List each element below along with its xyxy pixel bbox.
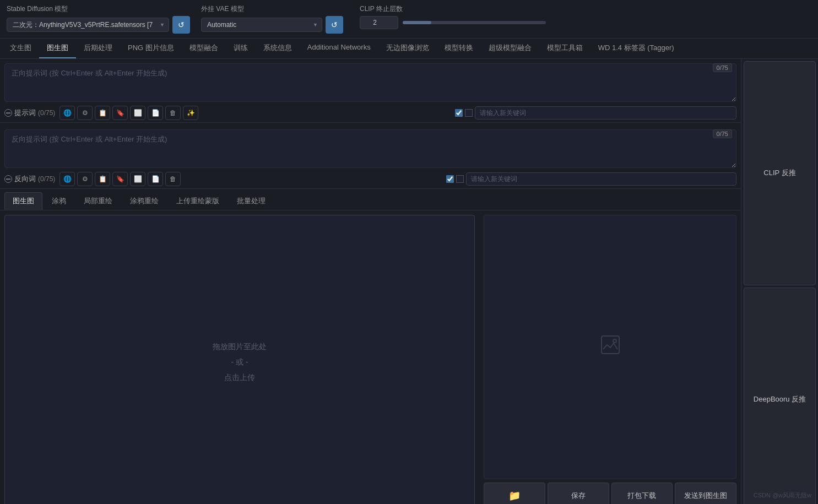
positive-keyword-input[interactable] bbox=[475, 106, 736, 120]
clip-label: CLIP 终止层数 bbox=[360, 4, 546, 14]
output-placeholder-icon bbox=[600, 335, 620, 359]
negative-prompt-counter: 0/75 bbox=[713, 129, 732, 138]
vae-select[interactable]: Automatic bbox=[201, 18, 322, 32]
main-tabs: 文生图 图生图 后期处理 PNG 图片信息 模型融合 训练 系统信息 Addit… bbox=[0, 39, 818, 59]
negative-keyword-checkbox[interactable] bbox=[446, 175, 454, 183]
vae-section: 外挂 VAE 模型 Automatic ↺ bbox=[201, 4, 343, 34]
tab-txt2img[interactable]: 文生图 bbox=[2, 39, 39, 58]
clip-slider-fill bbox=[403, 21, 431, 24]
negative-gear-button[interactable]: ⚙ bbox=[77, 172, 93, 186]
model-select-wrapper: 二次元：AnythingV5V3_v5PrtRE.safetensors [7 bbox=[7, 18, 169, 32]
negative-prompt-toolbar: 反向词 (0/75) 🌐 ⚙ 📋 🔖 ⬜ 📄 🗑 bbox=[0, 170, 741, 189]
tab-super-merge[interactable]: 超级模型融合 bbox=[481, 39, 539, 58]
sub-tab-sketch-inpaint[interactable]: 涂鸦重绘 bbox=[122, 192, 167, 210]
clip-row bbox=[360, 16, 546, 29]
output-image-area bbox=[484, 215, 736, 479]
tab-png-info[interactable]: PNG 图片信息 bbox=[120, 39, 182, 58]
model-section: Stable Diffusion 模型 二次元：AnythingV5V3_v5P… bbox=[7, 4, 190, 34]
watermark: CSDN @w风雨无阻w bbox=[754, 491, 811, 500]
positive-keyword-toggle[interactable] bbox=[465, 109, 473, 117]
positive-globe-button[interactable]: 🌐 bbox=[59, 106, 75, 120]
negative-copy-button[interactable]: 📄 bbox=[148, 172, 163, 186]
tab-model-convert[interactable]: 模型转换 bbox=[437, 39, 481, 58]
positive-prompt-toolbar: 提示词 (0/75) 🌐 ⚙ 📋 🔖 ⬜ 📄 🗑 ✨ bbox=[0, 104, 741, 123]
negative-paste-button[interactable]: 📋 bbox=[95, 172, 110, 186]
clip-slider-track[interactable] bbox=[403, 21, 546, 24]
tab-system-info[interactable]: 系统信息 bbox=[256, 39, 300, 58]
main-content: 拖放图片至此处 - 或 - 点击上传 bbox=[0, 210, 741, 504]
negative-style-button[interactable]: ⬜ bbox=[130, 172, 145, 186]
tab-tagger[interactable]: WD 1.4 标签器 (Tagger) bbox=[591, 39, 682, 58]
open-folder-button[interactable]: 📁 bbox=[484, 483, 545, 504]
sub-tab-batch[interactable]: 批量处理 bbox=[229, 192, 274, 210]
svg-point-1 bbox=[613, 339, 616, 343]
negative-prompt-container: 0/75 bbox=[0, 125, 741, 170]
clip-reverse-button[interactable]: CLIP 反推 bbox=[744, 61, 816, 285]
negative-bookmark-button[interactable]: 🔖 bbox=[112, 172, 128, 186]
positive-bookmark-button[interactable]: 🔖 bbox=[112, 106, 128, 120]
positive-paste-button[interactable]: 📋 bbox=[95, 106, 110, 120]
positive-prompt-container: 0/75 bbox=[0, 59, 741, 104]
clip-section: CLIP 终止层数 bbox=[360, 4, 546, 29]
sub-tabs-bar: 图生图 涂鸦 局部重绘 涂鸦重绘 上传重绘蒙版 批量处理 bbox=[0, 189, 741, 210]
positive-extra-button[interactable]: ✨ bbox=[183, 106, 198, 120]
tab-infinite-browse[interactable]: 无边图像浏览 bbox=[378, 39, 437, 58]
tab-model-tools[interactable]: 模型工具箱 bbox=[539, 39, 591, 58]
negative-keyword-input[interactable] bbox=[466, 172, 736, 186]
positive-prompt-label: 提示词 (0/75) bbox=[14, 108, 55, 118]
positive-style-button[interactable]: ⬜ bbox=[130, 106, 145, 120]
negative-expand-icon[interactable] bbox=[4, 175, 12, 183]
sub-tab-upload-mask[interactable]: 上传重绘蒙版 bbox=[168, 192, 227, 210]
download-button[interactable]: 打包下载 bbox=[611, 483, 673, 504]
vae-label: 外挂 VAE 模型 bbox=[201, 4, 343, 14]
tab-model-merge[interactable]: 模型融合 bbox=[182, 39, 226, 58]
tab-additional-networks[interactable]: Additional Networks bbox=[300, 39, 378, 58]
positive-expand-icon[interactable] bbox=[4, 109, 12, 117]
upload-text: 拖放图片至此处 - 或 - 点击上传 bbox=[213, 339, 267, 385]
left-panel: 0/75 提示词 (0/75) 🌐 ⚙ 📋 🔖 ⬜ 📄 🗑 ✨ bbox=[0, 59, 741, 504]
sub-tab-inpaint[interactable]: 局部重绘 bbox=[75, 192, 121, 210]
clip-input[interactable] bbox=[360, 16, 398, 29]
model-select[interactable]: 二次元：AnythingV5V3_v5PrtRE.safetensors [7 bbox=[7, 18, 169, 32]
vae-select-wrapper: Automatic bbox=[201, 18, 322, 32]
vae-refresh-icon: ↺ bbox=[331, 20, 338, 29]
right-panel: CLIP 反推 DeepBooru 反推 bbox=[741, 59, 818, 504]
model-label: Stable Diffusion 模型 bbox=[7, 4, 190, 14]
positive-copy-button[interactable]: 📄 bbox=[148, 106, 163, 120]
positive-keyword-checkbox[interactable] bbox=[455, 109, 463, 117]
negative-keyword-toggle[interactable] bbox=[456, 175, 464, 183]
negative-trash-button[interactable]: 🗑 bbox=[165, 172, 181, 186]
model-refresh-button[interactable]: ↺ bbox=[172, 16, 190, 34]
negative-keyword-checkbox-group bbox=[446, 175, 464, 183]
positive-prompt-textarea[interactable] bbox=[4, 63, 736, 102]
positive-prompt-counter: 0/75 bbox=[713, 63, 732, 72]
top-bar: Stable Diffusion 模型 二次元：AnythingV5V3_v5P… bbox=[0, 0, 818, 39]
tab-img2img[interactable]: 图生图 bbox=[39, 39, 76, 58]
model-row: 二次元：AnythingV5V3_v5PrtRE.safetensors [7 … bbox=[7, 16, 190, 34]
img2img-panel: 拖放图片至此处 - 或 - 点击上传 bbox=[0, 210, 479, 504]
sub-tab-sketch[interactable]: 涂鸦 bbox=[44, 192, 74, 210]
tab-postprocess[interactable]: 后期处理 bbox=[76, 39, 120, 58]
vae-row: Automatic ↺ bbox=[201, 16, 343, 34]
send-to-img2img-button[interactable]: 发送到图生图 bbox=[675, 483, 736, 504]
output-panel: 📁 保存 打包下载 发送到图生图 bbox=[479, 210, 741, 504]
vae-refresh-button[interactable]: ↺ bbox=[326, 16, 343, 34]
positive-trash-button[interactable]: 🗑 bbox=[165, 106, 181, 120]
save-button[interactable]: 保存 bbox=[548, 483, 609, 504]
deepbooru-reverse-button[interactable]: DeepBooru 反推 bbox=[744, 288, 816, 505]
negative-globe-button[interactable]: 🌐 bbox=[59, 172, 75, 186]
negative-prompt-label: 反向词 (0/75) bbox=[14, 174, 55, 184]
sub-tab-img2img[interactable]: 图生图 bbox=[4, 192, 42, 210]
svg-rect-0 bbox=[602, 336, 619, 354]
refresh-icon: ↺ bbox=[178, 20, 185, 29]
output-buttons: 📁 保存 打包下载 发送到图生图 bbox=[484, 483, 736, 504]
negative-prompt-textarea[interactable] bbox=[4, 129, 736, 168]
positive-gear-button[interactable]: ⚙ bbox=[77, 106, 93, 120]
content-area: 0/75 提示词 (0/75) 🌐 ⚙ 📋 🔖 ⬜ 📄 🗑 ✨ bbox=[0, 59, 818, 504]
tab-train[interactable]: 训练 bbox=[226, 39, 256, 58]
upload-area[interactable]: 拖放图片至此处 - 或 - 点击上传 bbox=[4, 215, 475, 504]
positive-keyword-checkbox-group bbox=[455, 109, 473, 117]
